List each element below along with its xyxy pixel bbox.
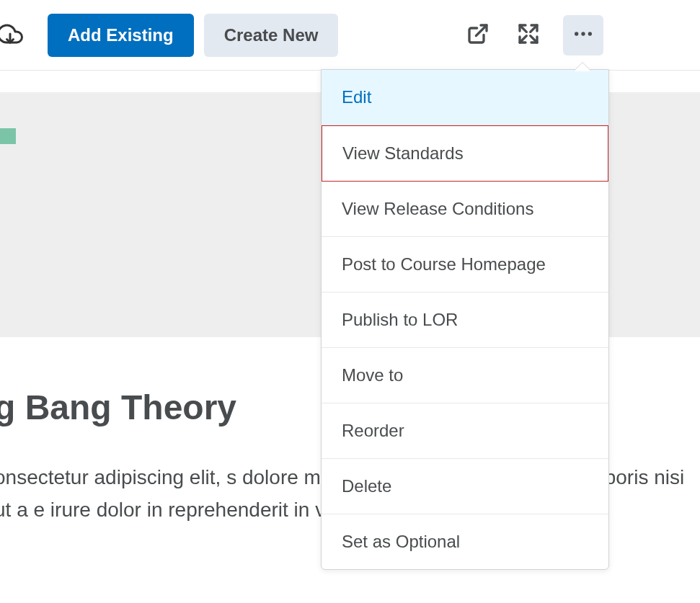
svg-point-5 [575,32,578,35]
menu-item-label: Publish to LOR [342,310,458,329]
create-new-label: Create New [224,25,319,45]
cloud-download-icon [0,21,23,50]
menu-item-post-to-course-homepage[interactable]: Post to Course Homepage [322,237,608,292]
create-new-button[interactable]: Create New [204,14,339,57]
menu-item-label: Move to [342,365,403,385]
svg-point-7 [588,32,592,35]
svg-point-6 [581,32,585,35]
fullscreen-button[interactable] [508,15,549,55]
menu-item-label: Edit [342,87,371,107]
add-existing-label: Add Existing [68,25,174,45]
toolbar: Add Existing Create New [0,0,700,71]
menu-item-label: Reorder [342,421,404,440]
maximize-icon [517,22,540,48]
menu-item-label: View Standards [342,143,464,163]
menu-item-reorder[interactable]: Reorder [322,403,608,459]
menu-item-label: Delete [342,476,391,496]
add-existing-button[interactable]: Add Existing [48,14,194,57]
menu-item-view-release-conditions[interactable]: View Release Conditions [322,182,608,237]
more-actions-menu: Edit View Standards View Release Conditi… [321,69,609,570]
menu-item-label: Post to Course Homepage [342,254,546,274]
svg-line-0 [476,25,487,36]
dots-horizontal-icon [572,22,595,48]
menu-item-move-to[interactable]: Move to [322,348,608,403]
external-link-icon [466,22,489,48]
menu-item-delete[interactable]: Delete [322,459,608,514]
menu-item-label: Set as Optional [342,532,460,551]
more-actions-button[interactable] [563,15,603,55]
menu-item-label: View Release Conditions [342,199,533,218]
open-external-button[interactable] [458,15,498,55]
banner-accent [0,128,16,144]
menu-item-set-as-optional[interactable]: Set as Optional [322,514,608,569]
menu-item-edit[interactable]: Edit [322,70,608,125]
menu-item-publish-to-lor[interactable]: Publish to LOR [322,292,608,348]
menu-item-view-standards[interactable]: View Standards [322,125,608,182]
